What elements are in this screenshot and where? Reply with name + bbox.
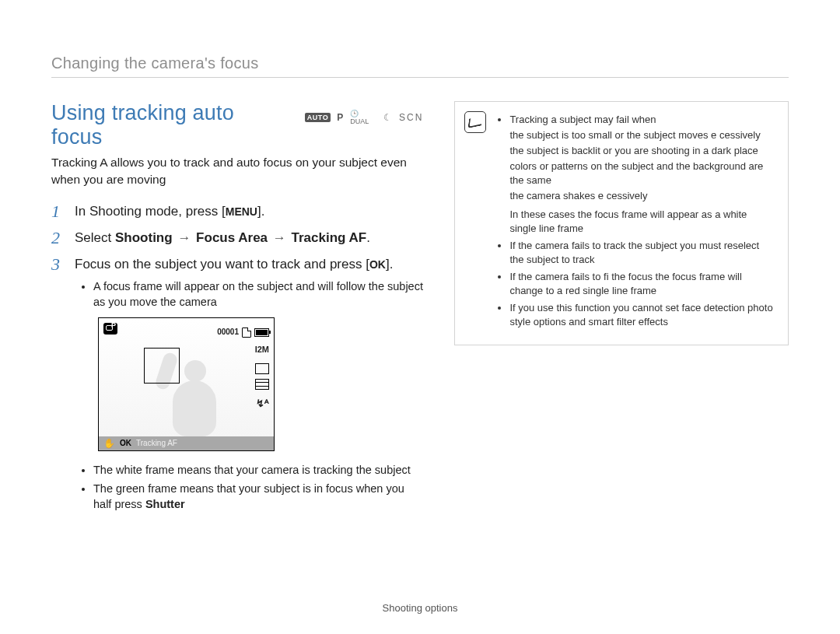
lcd-bottom-bar: ✋ OK Tracking AF	[99, 436, 274, 450]
step-3-post-bullets: The white frame means that your camera i…	[82, 462, 423, 512]
battery-icon	[254, 328, 269, 337]
focus-frame-icon	[144, 348, 180, 384]
note-fail-intro: Tracking a subject may fail when the sub…	[509, 113, 774, 236]
note-case-shake: the camera shakes e cessively	[509, 189, 774, 203]
stabilization-icon: ✋	[103, 434, 115, 453]
step-2: 2 Select Shooting → Focus Area → Trackin…	[51, 229, 423, 247]
step-3-number: 3	[51, 255, 65, 274]
mode-auto-badge: AUTO	[305, 113, 331, 122]
left-column: Using tracking auto focus AUTO P 🕒DUAL ☾…	[51, 101, 423, 527]
shutter-label: Shutter	[145, 498, 185, 510]
quality-icon	[255, 363, 269, 374]
menu-key: MENU	[226, 205, 257, 218]
note-box: Tracking a subject may fail when the sub…	[454, 101, 789, 345]
step-1-number: 1	[51, 202, 65, 221]
header-rule	[51, 77, 789, 78]
note-case-colors: colors or patterns on the subject and th…	[509, 159, 774, 187]
resolution-icon: I2M	[255, 340, 269, 359]
note-list: Tracking a subject may fail when the sub…	[499, 113, 774, 329]
flash-icon: ↯ᴬ	[256, 394, 269, 413]
note-restrictions: If you use this function you cannot set …	[509, 301, 774, 329]
section-intro: Tracking A allows you to track and auto …	[51, 154, 423, 188]
step-3: 3 Focus on the subject you want to track…	[51, 255, 423, 520]
note-fail-cases: the subject is too small or the subject …	[509, 128, 774, 203]
step-1-pre: In Shooting mode, press [	[75, 204, 226, 219]
ok-label: OK	[120, 434, 131, 453]
step-2-b2: Focus Area	[196, 230, 268, 245]
steps-list: 1 In Shooting mode, press [MENU]. 2 Sele…	[51, 202, 423, 520]
step-2-post: .	[366, 230, 370, 245]
step-2-text: Select Shooting → Focus Area → Tracking …	[75, 229, 370, 247]
tracking-af-label: Tracking AF	[136, 434, 177, 453]
note-red-frame: If the camera fails to fi the focus the …	[509, 270, 774, 298]
step-1: 1 In Shooting mode, press [MENU].	[51, 202, 423, 221]
lcd-right-icons: I2M ↯ᴬ	[255, 340, 269, 413]
metering-icon	[255, 379, 269, 390]
note-icon	[464, 111, 486, 133]
section-title-row: Using tracking auto focus AUTO P 🕒DUAL ☾…	[51, 101, 423, 149]
step-2-pre: Select	[75, 230, 115, 245]
mode-night-icon: ☾	[383, 112, 393, 123]
step-3-sub: A focus frame will appear on the subject…	[82, 278, 423, 310]
mode-badges: AUTO P 🕒DUAL ☾ SCN	[305, 110, 424, 125]
note-fail-intro-text: Tracking a subject may fail when	[509, 114, 656, 125]
two-column-layout: Using tracking auto focus AUTO P 🕒DUAL ☾…	[51, 101, 789, 527]
step-3-sub-item: A focus frame will appear on the subject…	[93, 278, 423, 310]
green-frame-text: The green frame means that your subject …	[93, 482, 404, 510]
camera-lcd-preview: 00001 I2M ↯ᴬ	[98, 317, 275, 451]
note-case-backlit: the subject is backlit or you are shooti…	[509, 144, 774, 158]
step-1-text: In Shooting mode, press [MENU].	[75, 202, 264, 221]
arrow-icon-2: →	[271, 230, 288, 245]
mode-scn-badge: SCN	[399, 112, 423, 123]
note-white-frame: In these cases the focus frame will appe…	[509, 208, 774, 236]
footer: Shooting options	[0, 602, 840, 614]
note-case-small: the subject is too small or the subject …	[509, 128, 774, 142]
green-frame-note: The green frame means that your subject …	[93, 481, 423, 512]
step-2-b3: Tracking AF	[292, 230, 367, 245]
ok-key: OK	[369, 258, 386, 271]
mode-indicator-icon	[103, 323, 117, 335]
step-3-post: ].	[386, 257, 393, 271]
step-2-b1: Shooting	[115, 230, 173, 245]
mode-p-badge: P	[337, 112, 344, 123]
arrow-icon: →	[176, 230, 192, 245]
section-title: Using tracking auto focus	[51, 101, 291, 149]
step-2-number: 2	[51, 229, 65, 247]
step-3-pre: Focus on the subject you want to track a…	[75, 257, 369, 271]
step-3-text: Focus on the subject you want to track a…	[75, 255, 423, 520]
mode-dual-badge: 🕒DUAL	[350, 110, 377, 125]
white-frame-note: The white frame means that your camera i…	[93, 462, 423, 478]
note-reselect: If the camera fails to track the subject…	[509, 239, 774, 267]
manual-page: Changing the camera's focus Using tracki…	[0, 0, 840, 634]
right-column: Tracking a subject may fail when the sub…	[454, 101, 789, 527]
page-header: Changing the camera's focus	[51, 54, 789, 77]
mode-dual-label: DUAL	[350, 117, 369, 125]
step-1-post: ].	[257, 204, 264, 219]
